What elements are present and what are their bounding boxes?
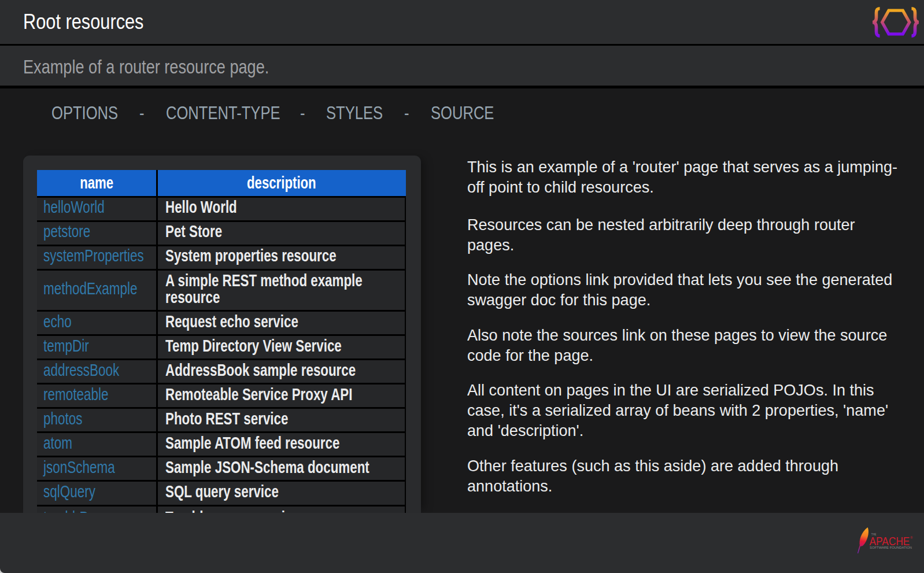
svg-text:®: ® [910,536,912,539]
svg-text:SOFTWARE FOUNDATION: SOFTWARE FOUNDATION [870,546,912,549]
